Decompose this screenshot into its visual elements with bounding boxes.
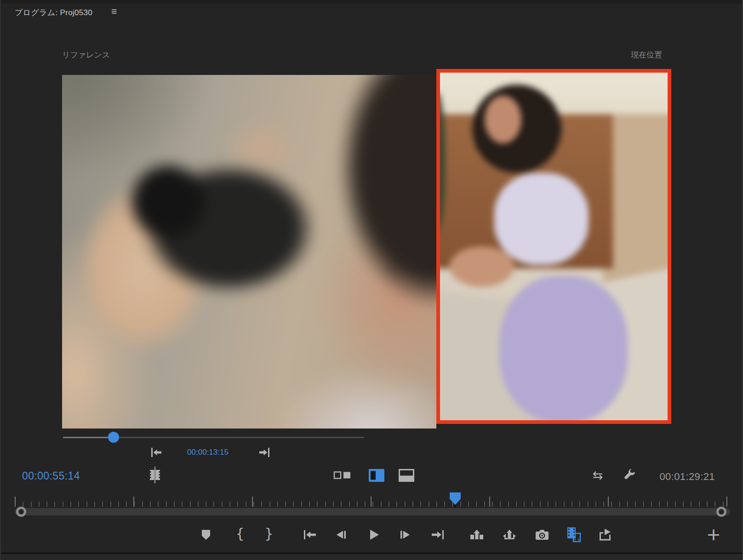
export-button[interactable]	[598, 528, 612, 541]
zoom-scroll-track[interactable]	[15, 508, 730, 515]
timeline-ruler[interactable]	[15, 497, 730, 507]
go-to-in-icon[interactable]	[150, 447, 162, 458]
panel-top-strip	[1, 0, 742, 4]
reference-scrubber-handle[interactable]	[108, 432, 119, 443]
export-frame-camera-button[interactable]	[535, 529, 549, 540]
filmstrip-icon[interactable]	[149, 467, 161, 483]
ruler-minor-ticks	[15, 502, 730, 507]
go-to-out-icon[interactable]	[258, 447, 270, 458]
go-to-out-button[interactable]	[431, 529, 445, 540]
side-by-side-view-icon[interactable]	[333, 471, 351, 480]
vertical-split-view-icon[interactable]	[369, 469, 384, 482]
go-to-in-button[interactable]	[303, 529, 317, 540]
duration-timecode: 00:01:29:21	[659, 471, 715, 483]
reference-frame	[62, 75, 436, 429]
panel-title: プログラム: Proj0530	[15, 7, 92, 18]
step-forward-button[interactable]	[399, 530, 411, 540]
panel-bottom-strip	[1, 554, 742, 560]
add-marker-button[interactable]	[201, 530, 211, 540]
settings-wrench-icon[interactable]	[623, 469, 636, 481]
mark-out-button[interactable]: }	[264, 527, 273, 541]
reference-scrubber-progress	[63, 437, 108, 438]
panel-menu-icon[interactable]: ≡	[111, 6, 117, 17]
current-position-label: 現在位置	[631, 50, 662, 60]
zoom-handle-right[interactable]	[716, 507, 726, 517]
step-back-button[interactable]	[335, 530, 347, 540]
comparison-view-toggle-button[interactable]	[566, 527, 582, 543]
reference-frame-image	[62, 75, 436, 429]
current-timecode[interactable]: 00:00:55:14	[22, 470, 80, 482]
reference-label: リファレンス	[62, 50, 110, 60]
swap-sides-icon[interactable]: ⇆	[593, 469, 603, 481]
horizontal-split-view-icon[interactable]	[399, 469, 414, 482]
mark-in-button[interactable]: {	[235, 527, 244, 541]
lift-button[interactable]	[470, 529, 484, 540]
play-button[interactable]	[369, 529, 380, 541]
current-frame	[436, 69, 671, 424]
reference-timecode[interactable]: 00:00:13:15	[187, 448, 229, 457]
extract-button[interactable]	[503, 529, 516, 540]
zoom-handle-left[interactable]	[16, 507, 26, 517]
current-frame-image	[436, 69, 671, 424]
program-monitor-panel: プログラム: Proj0530 ≡ リファレンス 現在位置 00:00:13:1…	[0, 0, 743, 560]
button-editor-plus[interactable]: +	[706, 526, 721, 543]
